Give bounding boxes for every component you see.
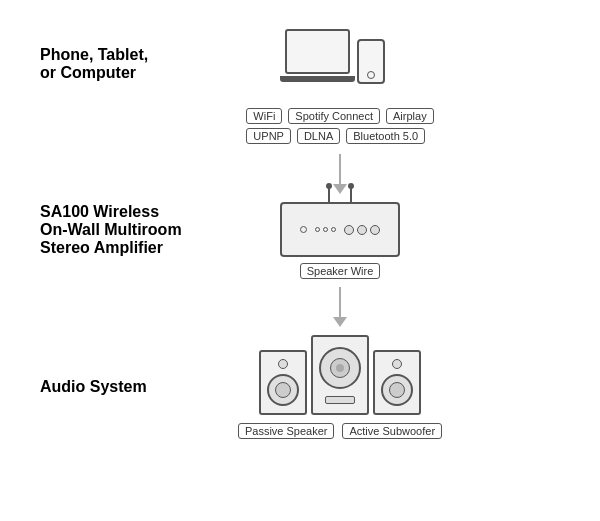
- amp-controls: [300, 225, 380, 235]
- arrow2-section: Speaker Wire: [10, 261, 590, 331]
- audio-system-illustration: [259, 335, 421, 415]
- speaker-wire-badge-container: Speaker Wire: [300, 261, 381, 279]
- source-devices: [190, 24, 490, 104]
- amplifier-section: SA100 Wireless On-Wall Multiroom Stereo …: [10, 202, 590, 257]
- sub-port: [325, 396, 355, 404]
- amp-dot-3: [331, 227, 336, 232]
- phone-body: [357, 39, 385, 84]
- arrow1-content: WiFi Spotify Connect Airplay UPNP DLNA B…: [190, 108, 490, 198]
- upnp-badge: UPNP: [246, 128, 291, 144]
- arrow2-content: Speaker Wire: [190, 261, 490, 331]
- amp-knob-1: [344, 225, 354, 235]
- amp-label: SA100 Wireless On-Wall Multiroom Stereo …: [10, 203, 190, 257]
- amp-knob-2: [357, 225, 367, 235]
- arrow1-line: [339, 154, 341, 184]
- audio-label: Audio System: [10, 378, 190, 396]
- woofer-left: [267, 374, 299, 406]
- active-subwoofer-badge: Active Subwoofer: [342, 423, 442, 439]
- amp-line3: Stereo Amplifier: [40, 239, 163, 256]
- speaker-wire-badge: Speaker Wire: [300, 263, 381, 279]
- sub-driver-center: [336, 364, 344, 372]
- arrow2-line: [339, 287, 341, 317]
- antenna-left: [328, 186, 330, 204]
- audio-title: Audio System: [40, 378, 190, 396]
- amp-line2: On-Wall Multiroom: [40, 221, 182, 238]
- device-illustration: [280, 24, 400, 104]
- amp-title: SA100 Wireless On-Wall Multiroom Stereo …: [40, 203, 190, 257]
- badge-row-1: WiFi Spotify Connect Airplay: [246, 108, 433, 124]
- passive-speaker-badge: Passive Speaker: [238, 423, 335, 439]
- source-line1: Phone, Tablet,: [40, 46, 148, 63]
- amp-knob-3: [370, 225, 380, 235]
- connection-badges: WiFi Spotify Connect Airplay UPNP DLNA B…: [246, 108, 433, 144]
- wifi-badge: WiFi: [246, 108, 282, 124]
- audio-devices: Passive Speaker Active Subwoofer: [190, 335, 490, 439]
- antenna-right: [350, 186, 352, 204]
- woofer-right-inner: [389, 382, 405, 398]
- sub-driver-inner: [330, 358, 350, 378]
- bottom-badges: Passive Speaker Active Subwoofer: [238, 423, 442, 439]
- laptop-screen: [285, 29, 350, 74]
- sub-driver: [319, 347, 361, 389]
- dlna-badge: DLNA: [297, 128, 340, 144]
- arrow1-section: WiFi Spotify Connect Airplay UPNP DLNA B…: [10, 108, 590, 198]
- amp-dot-1: [315, 227, 320, 232]
- phone-icon: [357, 39, 385, 84]
- source-title: Phone, Tablet, or Computer: [40, 46, 190, 82]
- source-line2: or Computer: [40, 64, 136, 81]
- active-subwoofer: [311, 335, 369, 415]
- arrow2-head: [333, 317, 347, 327]
- audio-section: Audio System: [10, 335, 590, 439]
- amp-antennas: [328, 186, 352, 204]
- bluetooth-badge: Bluetooth 5.0: [346, 128, 425, 144]
- amp-light: [300, 226, 307, 233]
- diagram: Phone, Tablet, or Computer: [0, 0, 600, 463]
- amplifier-illustration: [280, 202, 400, 257]
- phone-home-button: [367, 71, 375, 79]
- airplay-badge: Airplay: [386, 108, 434, 124]
- woofer-left-inner: [275, 382, 291, 398]
- source-section: Phone, Tablet, or Computer: [10, 24, 590, 104]
- amp-dots: [315, 227, 336, 232]
- laptop-base: [280, 76, 355, 82]
- badge-row-2: UPNP DLNA Bluetooth 5.0: [246, 128, 425, 144]
- passive-speaker-left: [259, 350, 307, 415]
- audio-title-text: Audio System: [40, 378, 147, 395]
- tweeter-left: [278, 359, 288, 369]
- amp-device: [190, 202, 490, 257]
- tweeter-right: [392, 359, 402, 369]
- amp-knobs: [344, 225, 380, 235]
- amp-line1: SA100 Wireless: [40, 203, 159, 220]
- source-label: Phone, Tablet, or Computer: [10, 46, 190, 82]
- arrow2: [333, 287, 347, 327]
- passive-speaker-right: [373, 350, 421, 415]
- laptop-icon: [285, 29, 355, 82]
- amp-dot-2: [323, 227, 328, 232]
- spotify-badge: Spotify Connect: [288, 108, 380, 124]
- woofer-right: [381, 374, 413, 406]
